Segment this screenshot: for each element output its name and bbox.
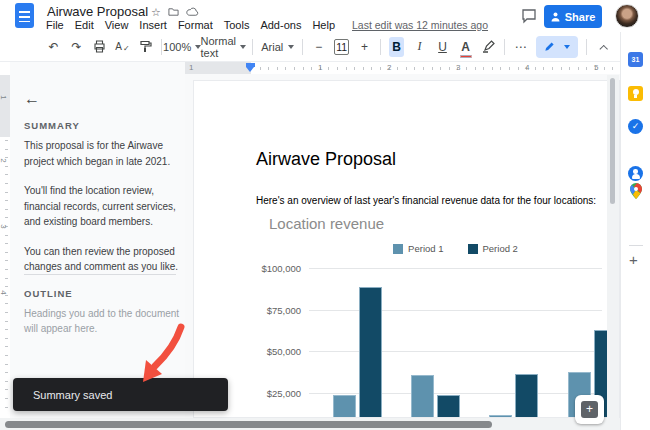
menu-items: FileEditViewInsertFormatToolsAdd-onsHelp (46, 19, 335, 31)
editing-mode-button[interactable] (536, 36, 578, 58)
spelling-check-icon[interactable]: A✓ (115, 37, 130, 57)
google-docs-icon[interactable] (15, 3, 34, 28)
menu-edit[interactable]: Edit (75, 19, 94, 31)
move-folder-icon[interactable] (168, 7, 179, 19)
font-family-value: Arial (261, 41, 283, 53)
star-icon[interactable]: ☆ (151, 6, 161, 19)
vertical-ruler-margin (0, 75, 10, 137)
highlight-color-icon[interactable] (481, 37, 496, 57)
bar-period1-group1 (333, 395, 356, 418)
more-toolbar-options-icon[interactable]: ⋯ (513, 37, 528, 57)
google-maps-icon[interactable] (630, 183, 645, 198)
ruler-number: 3 (0, 224, 8, 228)
menu-help[interactable]: Help (312, 19, 335, 31)
text-color-button[interactable]: A (458, 37, 473, 57)
toolbar: ↶ ↷ A✓ 100% Normal text Arial − 11 + B I… (0, 32, 620, 62)
increase-font-size-icon[interactable]: + (357, 37, 372, 57)
print-icon[interactable] (92, 37, 107, 57)
location-revenue-chart[interactable]: $25,000$50,000$75,000$100,000 (309, 268, 602, 418)
google-tasks-icon[interactable]: ✓ (628, 119, 643, 134)
chart-title: Location revenue (269, 215, 384, 232)
horizontal-scrollbar[interactable] (0, 418, 620, 430)
bar-period2-group1 (359, 287, 382, 418)
vertical-ruler[interactable]: 1234 (0, 62, 10, 418)
close-summary-back-icon[interactable]: ← (24, 90, 40, 108)
y-axis-label-25000: $25,000 (243, 388, 301, 399)
chart-legend: Period 1Period 2 (309, 243, 602, 254)
font-size-input[interactable]: 11 (334, 39, 349, 55)
google-calendar-icon[interactable]: 31 (628, 52, 643, 67)
document-heading-text[interactable]: Airwave Proposal (256, 149, 396, 170)
document-page[interactable]: Airwave Proposal Here's an overview of l… (193, 80, 620, 418)
get-add-ons-icon[interactable]: + (629, 251, 638, 268)
ruler-number: 1 (318, 63, 322, 72)
horizontal-ruler[interactable]: 112345 (185, 62, 620, 74)
document-status-cloud-icon[interactable] (186, 7, 199, 19)
document-title[interactable]: Airwave Proposal (47, 4, 148, 19)
chevron-down-icon (288, 45, 294, 49)
chart-options-plus-icon: + (581, 401, 598, 418)
bar-period1-group2 (411, 375, 434, 418)
google-keep-icon[interactable] (628, 86, 643, 101)
chevron-down-icon (240, 45, 246, 49)
paint-format-icon[interactable] (138, 37, 153, 57)
hide-menus-icon[interactable] (595, 37, 610, 57)
decrease-font-size-icon[interactable]: − (311, 37, 326, 57)
ruler-number: 3 (456, 63, 460, 72)
legend-label-2: Period 2 (483, 243, 518, 254)
text-color-letter: A (461, 40, 470, 54)
menu-addons[interactable]: Add-ons (260, 19, 301, 31)
bold-button[interactable]: B (389, 37, 404, 57)
open-comments-icon[interactable] (521, 8, 539, 25)
text-color-swatch (460, 55, 471, 58)
summary-saved-toast: Summary saved (13, 378, 228, 411)
account-avatar[interactable] (615, 4, 639, 28)
horizontal-scrollbar-thumb[interactable] (5, 421, 492, 428)
legend-item-2: Period 2 (468, 243, 518, 254)
menu-insert[interactable]: Insert (139, 19, 167, 31)
google-docs-window: Airwave Proposal ☆ FileEditViewInsertFor… (0, 0, 650, 430)
summary-paragraph-2: You'll find the location review, financi… (24, 183, 182, 230)
vertical-scrollbar[interactable] (607, 75, 619, 418)
summary-paragraph-3: You can then review the proposed changes… (24, 244, 182, 275)
toolbar-separator (504, 39, 505, 55)
y-axis-label-75000: $75,000 (243, 305, 301, 316)
last-edit-link[interactable]: Last edit was 12 minutes ago (352, 19, 488, 31)
menu-file[interactable]: File (46, 19, 64, 31)
paragraph-style-select[interactable]: Normal text (202, 37, 244, 57)
toolbar-separator (586, 39, 587, 55)
italic-button[interactable]: I (412, 37, 427, 57)
y-axis-label-100000: $100,000 (243, 263, 301, 274)
font-family-select[interactable]: Arial (261, 37, 294, 57)
document-workspace: 112345 Airwave Proposal Here's an overvi… (185, 62, 620, 418)
summary-text: This proposal is for the Airwave project… (24, 138, 182, 289)
document-intro-text[interactable]: Here's an overview of last year's financ… (256, 195, 616, 206)
gridline-100000 (309, 268, 602, 269)
vertical-scrollbar-thumb[interactable] (610, 78, 615, 204)
pencil-icon (544, 41, 555, 52)
google-contacts-icon[interactable] (628, 166, 643, 181)
linked-chart-options-button[interactable]: + (575, 395, 604, 424)
ruler-number: 4 (525, 63, 529, 72)
ruler-number: 4 (0, 290, 8, 294)
indent-marker[interactable] (246, 63, 255, 72)
paragraph-style-value: Normal text (201, 35, 236, 59)
toolbar-separator (380, 39, 381, 55)
chevron-down-icon (564, 45, 570, 49)
bar-period2-group3 (515, 374, 538, 418)
legend-item-1: Period 1 (393, 243, 443, 254)
redo-icon[interactable]: ↷ (69, 37, 84, 57)
ruler-number: 5 (594, 63, 598, 72)
zoom-select[interactable]: 100% (170, 37, 194, 57)
menu-tools[interactable]: Tools (224, 19, 250, 31)
summary-heading: SUMMARY (24, 120, 80, 131)
outline-heading: OUTLINE (24, 288, 73, 299)
y-axis-label-50000: $50,000 (243, 346, 301, 357)
menu-format[interactable]: Format (178, 19, 213, 31)
underline-button[interactable]: U (435, 37, 450, 57)
vertical-ruler-ticks (5, 140, 8, 414)
menu-view[interactable]: View (105, 19, 129, 31)
share-button[interactable]: Share (544, 5, 602, 28)
docs-icon-lines (19, 11, 30, 22)
undo-icon[interactable]: ↶ (46, 37, 61, 57)
